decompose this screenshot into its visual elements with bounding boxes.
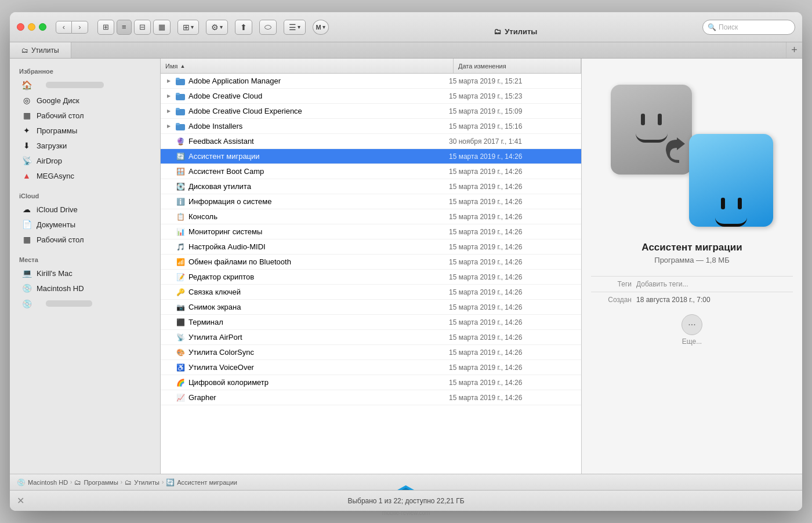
- file-item-f11[interactable]: 📊Мониторинг системы15 марта 2019 г., 14:…: [161, 224, 581, 239]
- file-item-f6[interactable]: 🔄Ассистент миграции15 марта 2019 г., 14:…: [161, 149, 581, 164]
- share-button[interactable]: ⬆: [235, 20, 252, 35]
- sidebar-item-airdrop[interactable]: 📡 AirDrop: [12, 153, 158, 168]
- expand-arrow[interactable]: [165, 213, 172, 220]
- status-bar-close[interactable]: ✕: [17, 495, 24, 506]
- breadcrumb-migration[interactable]: 🔄 Ассистент миграции: [166, 478, 237, 486]
- close-button[interactable]: [17, 23, 24, 31]
- expand-arrow[interactable]: ▶: [165, 93, 172, 100]
- expand-arrow[interactable]: [165, 319, 172, 326]
- file-name-label: Утилита VoiceOver: [188, 363, 254, 372]
- icon-view-button[interactable]: ⊞: [97, 20, 114, 35]
- col-header-date[interactable]: Дата изменения: [454, 59, 581, 73]
- expand-arrow[interactable]: [165, 364, 172, 371]
- expand-arrow[interactable]: [165, 334, 172, 341]
- forward-button[interactable]: ›: [72, 21, 88, 34]
- expand-arrow[interactable]: [165, 274, 172, 281]
- back-button[interactable]: ‹: [56, 21, 72, 34]
- apps-icon: ✦: [21, 125, 32, 136]
- expand-arrow[interactable]: [165, 244, 172, 250]
- file-name-label: Adobe Installers: [188, 122, 242, 130]
- file-item-f21[interactable]: 🌈Цифровой колориметр15 марта 2019 г., 14…: [161, 375, 581, 390]
- expand-arrow[interactable]: [165, 183, 172, 190]
- sidebar-item-kirills-mac[interactable]: 💻 Kirill's Mac: [12, 266, 158, 281]
- tags-button[interactable]: ⬭: [259, 20, 277, 35]
- sidebar-item-icloud-desktop[interactable]: ▦ Рабочий стол: [12, 232, 158, 247]
- sidebar-item-google-drive[interactable]: ◎ Google Диск: [12, 93, 158, 108]
- sidebar-item-documents[interactable]: 📄 Документы: [12, 217, 158, 232]
- file-name-label: Feedback Assistant: [188, 137, 254, 146]
- preview-more-button[interactable]: ···: [682, 314, 702, 335]
- expand-arrow[interactable]: [165, 228, 172, 235]
- app-monitor-icon: 📊: [176, 227, 185, 237]
- file-item-f10[interactable]: 📋Консоль15 марта 2019 г., 14:26: [161, 209, 581, 224]
- list-view-button[interactable]: ≡: [117, 20, 132, 35]
- preview-pane: Ассистент миграции Программа — 1,8 МБ Те…: [582, 59, 802, 474]
- expand-arrow[interactable]: [165, 198, 172, 205]
- file-item-f9[interactable]: ℹ️Информация о системе15 марта 2019 г., …: [161, 194, 581, 209]
- file-item-f14[interactable]: 📝Редактор скриптов15 марта 2019 г., 14:2…: [161, 270, 581, 285]
- action-button[interactable]: ⚙▾: [206, 20, 228, 35]
- file-item-f17[interactable]: ⬛Терминал15 марта 2019 г., 14:26: [161, 315, 581, 330]
- status-bar: ✕ Выбрано 1 из 22; доступно 22,21 ГБ: [10, 490, 802, 511]
- minimize-button[interactable]: [28, 23, 35, 31]
- file-item-f13[interactable]: 📶Обмен файлами по Bluetooth15 марта 2019…: [161, 255, 581, 270]
- folder-icon-bc2: 🗂: [125, 478, 132, 486]
- file-name-label: Adobe Creative Cloud: [188, 92, 262, 100]
- breadcrumb-apps[interactable]: 🗂 Программы: [74, 478, 118, 486]
- expand-arrow[interactable]: ▶: [165, 108, 172, 115]
- file-item-f2[interactable]: ▶Adobe Creative Cloud15 марта 2019 г., 1…: [161, 89, 581, 104]
- blue-eyes: [721, 198, 742, 209]
- preview-icon-area: [611, 70, 773, 233]
- file-item-f5[interactable]: 🔮Feedback Assistant30 ноября 2017 г., 1:…: [161, 134, 581, 149]
- file-item-f12[interactable]: 🎵Настройка Audio-MIDI15 марта 2019 г., 1…: [161, 239, 581, 255]
- sidebar-item-home[interactable]: 🏠: [12, 77, 158, 93]
- expand-arrow[interactable]: [165, 168, 172, 175]
- file-item-f7[interactable]: 🪟Ассистент Boot Camp15 марта 2019 г., 14…: [161, 164, 581, 179]
- tab-utilities[interactable]: 🗂 Утилиты: [10, 42, 71, 58]
- sidebar-item-desktop[interactable]: ▦ Рабочий стол: [12, 108, 158, 123]
- breadcrumb-macintosh-hd[interactable]: 💿 Macintosh HD: [17, 478, 68, 486]
- column-view-button[interactable]: ⊟: [134, 20, 151, 35]
- sidebar-item-macintosh-hd[interactable]: 💿 Macintosh HD: [12, 281, 158, 296]
- status-text: Выбрано 1 из 22; доступно 22,21 ГБ: [347, 497, 464, 505]
- add-tab-button[interactable]: +: [786, 42, 802, 58]
- m-button[interactable]: M▾: [313, 20, 329, 35]
- file-item-f3[interactable]: ▶Adobe Creative Cloud Experience15 марта…: [161, 104, 581, 119]
- file-date-label: 15 марта 2019 г., 14:26: [449, 303, 577, 311]
- file-item-f22[interactable]: 📈Grapher15 марта 2019 г., 14:26: [161, 390, 581, 405]
- expand-arrow[interactable]: [165, 349, 172, 356]
- expand-arrow[interactable]: [165, 259, 172, 266]
- file-item-f15[interactable]: 🔑Связка ключей15 марта 2019 г., 14:26: [161, 285, 581, 300]
- preview-add-tags-link[interactable]: Добавить теги...: [636, 280, 688, 288]
- expand-arrow[interactable]: [165, 153, 172, 160]
- breadcrumb-utilities[interactable]: 🗂 Утилиты: [125, 478, 160, 486]
- sidebar-item-device3[interactable]: 💿: [12, 296, 158, 311]
- file-item-f8[interactable]: 💽Дисковая утилита15 марта 2019 г., 14:26: [161, 179, 581, 194]
- file-item-f4[interactable]: ▶Adobe Installers15 марта 2019 г., 15:16: [161, 119, 581, 134]
- sort-button[interactable]: ☰▾: [284, 20, 306, 35]
- expand-arrow[interactable]: [165, 304, 172, 311]
- expand-arrow[interactable]: ▶: [165, 123, 172, 130]
- expand-arrow[interactable]: [165, 379, 172, 386]
- file-item-f20[interactable]: ♿Утилита VoiceOver15 марта 2019 г., 14:2…: [161, 360, 581, 375]
- sidebar-item-downloads[interactable]: ⬇ Загрузки: [12, 138, 158, 153]
- expand-arrow[interactable]: [165, 394, 172, 401]
- sidebar-item-apps[interactable]: ✦ Программы: [12, 123, 158, 138]
- file-item-f18[interactable]: 📡Утилита AirPort15 марта 2019 г., 14:26: [161, 330, 581, 345]
- search-box[interactable]: 🔍 Поиск: [702, 20, 795, 35]
- sidebar-item-icloud-drive[interactable]: ☁ iCloud Drive: [12, 202, 158, 217]
- gallery-view-button[interactable]: ▦: [153, 20, 171, 35]
- file-item-f19[interactable]: 🎨Утилита ColorSync15 марта 2019 г., 14:2…: [161, 345, 581, 360]
- breadcrumb-utilities-label: Утилиты: [134, 479, 160, 486]
- file-item-f16[interactable]: 📷Снимок экрана15 марта 2019 г., 14:26: [161, 300, 581, 315]
- folder-icon-bc: 🗂: [74, 478, 81, 486]
- expand-arrow[interactable]: [165, 138, 172, 145]
- col-header-name[interactable]: Имя ▲: [161, 59, 454, 73]
- sidebar-item-megasync[interactable]: ▲ MEGAsync: [12, 168, 158, 183]
- file-item-f1[interactable]: ▶Adobe Application Manager15 марта 2019 …: [161, 74, 581, 89]
- expand-arrow[interactable]: ▶: [165, 78, 172, 85]
- breadcrumb-migration-label: Ассистент миграции: [177, 479, 237, 486]
- group-view-button[interactable]: ⊞▾: [177, 20, 199, 35]
- expand-arrow[interactable]: [165, 289, 172, 296]
- fullscreen-button[interactable]: [39, 23, 46, 31]
